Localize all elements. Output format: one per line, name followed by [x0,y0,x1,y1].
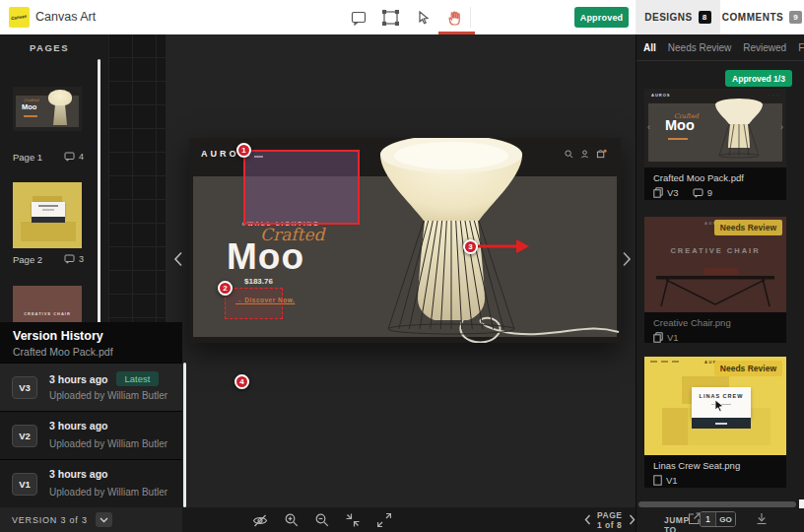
designs-filter-tabs: All Needs Review Reviewed Finalized [636,34,804,61]
hand-icon [448,11,461,26]
page-indicator: PAGE 1 of 8 [597,510,623,530]
chevron-left-icon [584,514,591,525]
page-2-thumbnail[interactable] [13,182,82,248]
version-row-v1[interactable]: V1 3 hours ago Uploaded by William Butle… [0,459,182,507]
panel-horizontal-scrollbar[interactable] [638,501,796,507]
header-bar: Canvas Canvas Art Approved DESIGNS 8 COM… [0,0,804,34]
next-page-button[interactable] [629,511,636,529]
designs-count-badge: 8 [699,11,711,24]
cursor-tool-button[interactable] [415,9,433,27]
page-1-row[interactable]: Page 1 4 [13,151,84,163]
chevron-left-icon [173,251,183,267]
design-card-crafted-moo-info[interactable]: Crafted Moo Pack.pdf V3 9 [644,167,786,200]
approved-status-button[interactable]: Approved [574,7,629,28]
version-row-v2[interactable]: V2 3 hours ago Uploaded by William Butle… [0,411,182,459]
annotation-marker-1[interactable]: 1 [236,143,251,158]
previous-page-chevron[interactable] [173,251,187,271]
mini-cta-line [24,115,37,117]
comment-tool-button[interactable] [350,9,368,27]
thumb-next-chevron[interactable]: › [780,122,783,132]
version-list-scrollbar[interactable] [183,363,186,507]
page-1-label: Page 1 [13,152,42,163]
mini-title-text: Moo [22,102,36,111]
page-2-row[interactable]: Page 2 3 [13,253,84,265]
design-file-name: Crafted Moo Pack.pdf [653,172,777,183]
chevron-down-icon [100,517,108,523]
jump-to-input[interactable]: 1 [701,512,715,526]
tab-reviewed[interactable]: Reviewed [743,42,786,53]
page-2-comment-count: 3 [79,254,84,264]
fit-to-screen-button[interactable] [344,511,362,529]
version-dropdown-button[interactable] [96,512,112,527]
pan-hand-tool-button[interactable] [445,9,463,27]
version-uploader: Uploaded by William Butler [49,390,168,401]
design-version: V1 [666,475,678,486]
pages-scrollbar[interactable] [98,59,100,323]
chevron-right-icon [629,514,636,525]
mini-lamp-body [53,103,67,125]
app-name: Canvas Art [35,0,96,34]
page-1-thumbnail[interactable]: Crafted Moo [13,87,82,131]
jump-to-group: 1 GO [700,511,736,527]
prev-page-button[interactable] [584,511,591,529]
mini-button-bar [692,418,751,429]
comments-tab-label: COMMENTS [722,12,783,23]
version-badge: V3 [12,376,37,399]
comment-count-icon [64,254,75,264]
mini-button-bar [32,217,65,223]
zoom-in-button[interactable] [283,511,301,529]
annotation-marker-2[interactable]: 2 [218,281,233,296]
approved-progress-badge[interactable]: Approved 1/3 [725,70,792,87]
design-file-name: Creative Chair.png [653,317,777,328]
design-card-crafted-moo-thumbnail[interactable]: AUROS · · · Crafted Moo ‹ › [644,89,786,167]
version-time: 3 hours ago [49,373,108,385]
region-select-tool-button[interactable] [381,9,399,27]
version-uploader: Uploaded by William Butler [49,438,168,449]
comment-count-icon [693,188,704,198]
jump-to-label: JUMP TO [664,515,689,532]
scrollbar-corner [799,499,804,508]
go-button[interactable]: GO [715,512,735,526]
design-price: $183.76 [244,277,273,286]
tab-comments[interactable]: COMMENTS 9 [720,0,804,34]
needs-review-badge: Needs Review [714,220,782,235]
latest-badge: Latest [116,371,160,386]
canvas-viewer[interactable]: AUROS. #WALL LIGHTING Crafted Moo $183.7… [166,34,636,507]
design-card-creative-chair-thumbnail[interactable]: AUROS CREATIVE CHAIR Needs Review [644,217,786,312]
version-row-v3[interactable]: V3 3 hours agoLatest Uploaded by William… [0,363,182,411]
cursor-arrow-icon [418,11,431,25]
zoom-in-icon [285,513,299,527]
next-page-chevron[interactable] [622,251,636,271]
design-card-linas-crew-thumbnail[interactable]: AUROS LINAS CREW Needs Review [644,357,786,455]
fullscreen-button[interactable] [375,511,393,529]
tab-finalized[interactable]: Finalized [798,42,804,53]
version-history-filename: Crafted Moo Pack.pdf [13,346,113,358]
page-2-label: Page 2 [13,254,42,265]
collapse-arrows-icon [346,513,360,527]
tab-all[interactable]: All [643,42,656,53]
download-button[interactable] [754,510,770,526]
thumb-prev-chevron[interactable]: ‹ [647,122,650,132]
expand-arrows-icon [377,513,391,527]
version-footer-bar: VERSION 3 of 3 [0,507,182,532]
tab-designs[interactable]: DESIGNS 8 [636,0,720,34]
viewer-toolbar: PAGE 1 of 8 JUMP TO 1 GO [182,507,636,532]
design-card-creative-chair-info[interactable]: Creative Chair.png V1 [644,312,786,343]
tab-needs-review[interactable]: Needs Review [668,42,731,53]
annotation-marker-4[interactable]: 4 [234,374,249,389]
mini-lamp-shade [48,90,72,105]
annotation-region-2[interactable] [225,288,283,319]
toolbar-divider [470,7,471,28]
app-logo[interactable]: Canvas [9,7,30,28]
annotation-region-1[interactable] [243,150,360,225]
zoom-out-button[interactable] [313,511,331,529]
annotation-marker-3[interactable]: 3 [463,239,478,254]
design-card-linas-crew-info[interactable]: Linas Crew Seat.png V1 [644,455,786,488]
design-page-1[interactable]: AUROS. #WALL LIGHTING Crafted Moo $183.7… [189,138,621,343]
zoom-out-icon [315,513,329,527]
eye-off-icon [252,514,268,527]
page-1-comment-count: 4 [79,152,84,162]
toggle-annotations-button[interactable] [251,511,269,529]
mini-label-card [32,202,65,217]
design-version: V1 [667,332,679,343]
